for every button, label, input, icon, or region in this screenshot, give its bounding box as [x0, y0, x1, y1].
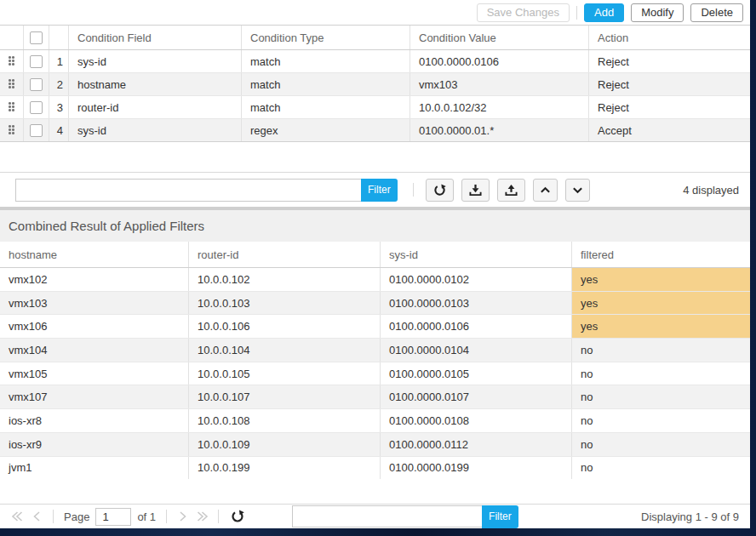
row-number-header [49, 26, 68, 49]
result-row[interactable]: vmx102 10.0.0.102 0100.0000.0102 yes [0, 268, 750, 291]
condition-value-cell: 10.0.0.102/32 [410, 96, 588, 118]
router-id-cell: 10.0.0.108 [188, 409, 380, 432]
displaying-range: Displaying 1 - 9 of 9 [641, 510, 739, 523]
condition-type-header[interactable]: Condition Type [241, 26, 410, 49]
result-row[interactable]: jvm1 10.0.0.199 0100.0000.0199 no [0, 456, 750, 480]
result-row[interactable]: vmx106 10.0.0.106 0100.0000.0106 yes [0, 314, 750, 338]
last-page-button[interactable] [192, 507, 213, 526]
toolbar-separator [413, 183, 414, 197]
filtered-cell: no [571, 409, 750, 432]
filter-button[interactable]: Filter [361, 179, 398, 202]
row-number: 3 [49, 96, 68, 118]
first-page-button[interactable] [7, 507, 27, 526]
move-down-button[interactable] [565, 179, 590, 202]
results-table-body: vmx102 10.0.0.102 0100.0000.0102 yes vmx… [0, 268, 750, 479]
hostname-cell: vmx104 [0, 339, 188, 362]
conditions-table-body: 1 sys-id match 0100.0000.0106 Reject 2 h… [0, 50, 750, 141]
sys-id-cell: 0100.0000.0102 [380, 268, 571, 291]
condition-value-header[interactable]: Condition Value [410, 26, 588, 49]
hostname-cell: ios-xr9 [0, 433, 188, 456]
refresh-icon [231, 510, 244, 523]
filtered-cell: no [571, 433, 750, 456]
hostname-cell: vmx106 [0, 315, 188, 338]
next-page-button[interactable] [172, 507, 192, 526]
upload-icon [505, 184, 518, 197]
row-number: 1 [49, 50, 68, 72]
filter-input[interactable] [15, 179, 362, 202]
row-checkbox-cell [23, 119, 49, 141]
select-all-cell [23, 26, 49, 49]
result-row[interactable]: ios-xr9 10.0.0.109 0100.0000.0112 no [0, 432, 750, 456]
filtered-header[interactable]: filtered [571, 242, 750, 267]
results-table-header: hostname router-id sys-id filtered [0, 242, 750, 268]
row-number: 2 [49, 73, 68, 95]
upload-button[interactable] [497, 179, 525, 202]
page-label: Page [64, 510, 89, 523]
hostname-cell: vmx102 [0, 268, 188, 291]
filter-toolbar: Filter 4 displayed [0, 172, 750, 207]
main-panel: Save Changes Add Modify Delete Condition… [0, 0, 750, 528]
sys-id-cell: 0100.0000.0107 [380, 385, 571, 408]
prev-page-button[interactable] [27, 507, 48, 526]
select-all-checkbox[interactable] [30, 31, 43, 44]
conditions-table: Condition Field Condition Type Condition… [0, 25, 750, 142]
sys-id-cell: 0100.0000.0112 [380, 433, 571, 456]
pagination-bar: Page of 1 Filter Displaying 1 - 9 of 9 [0, 504, 750, 528]
condition-row[interactable]: 2 hostname match vmx103 Reject [0, 72, 750, 95]
hostname-cell: vmx107 [0, 385, 188, 408]
row-checkbox-cell [23, 96, 49, 118]
hostname-header[interactable]: hostname [0, 242, 188, 267]
condition-field-cell: router-id [68, 96, 241, 118]
row-drag-handle[interactable] [0, 73, 23, 95]
result-row[interactable]: vmx105 10.0.0.105 0100.0000.0105 no [0, 362, 750, 385]
pagination-separator [218, 510, 219, 523]
results-filter-input[interactable] [292, 505, 483, 527]
result-row[interactable]: ios-xr8 10.0.0.108 0100.0000.0108 no [0, 408, 750, 432]
condition-row[interactable]: 1 sys-id match 0100.0000.0106 Reject [0, 50, 750, 72]
row-checkbox[interactable] [30, 124, 43, 137]
page-number-input[interactable] [95, 508, 131, 526]
hostname-cell: jvm1 [0, 457, 188, 480]
router-id-cell: 10.0.0.109 [188, 433, 380, 456]
pagination-separator [166, 510, 167, 523]
router-id-cell: 10.0.0.105 [188, 362, 380, 385]
router-id-cell: 10.0.0.107 [188, 385, 380, 408]
double-chevron-left-icon [10, 510, 24, 523]
condition-row[interactable]: 3 router-id match 10.0.0.102/32 Reject [0, 95, 750, 118]
result-row[interactable]: vmx103 10.0.0.103 0100.0000.0103 yes [0, 291, 750, 315]
delete-button[interactable]: Delete [690, 3, 743, 22]
refresh-button[interactable] [426, 179, 454, 202]
page-of-label: of 1 [137, 510, 156, 523]
move-up-button[interactable] [533, 179, 558, 202]
chevron-up-icon [540, 185, 551, 196]
router-id-header[interactable]: router-id [188, 242, 380, 267]
router-id-cell: 10.0.0.102 [188, 268, 380, 291]
add-button[interactable]: Add [584, 3, 624, 22]
filtered-cell: no [571, 457, 750, 480]
modify-button[interactable]: Modify [631, 3, 684, 22]
condition-field-header[interactable]: Condition Field [68, 26, 241, 49]
condition-type-cell: match [241, 50, 410, 72]
results-filter-button[interactable]: Filter [482, 505, 518, 528]
router-id-cell: 10.0.0.104 [188, 339, 380, 362]
row-drag-handle[interactable] [0, 119, 23, 141]
row-checkbox[interactable] [30, 55, 43, 68]
drag-grip-icon [9, 56, 15, 66]
action-header[interactable]: Action [588, 26, 750, 49]
sys-id-header[interactable]: sys-id [380, 242, 571, 267]
condition-action-cell: Reject [588, 73, 750, 95]
row-drag-handle[interactable] [0, 96, 23, 118]
filtered-cell: yes [571, 292, 750, 315]
result-row[interactable]: vmx107 10.0.0.107 0100.0000.0107 no [0, 385, 750, 408]
save-changes-button[interactable]: Save Changes [477, 3, 570, 22]
sys-id-cell: 0100.0000.0104 [380, 339, 571, 362]
chevron-left-icon [31, 510, 44, 523]
results-refresh-button[interactable] [227, 507, 248, 526]
condition-value-cell: vmx103 [410, 73, 588, 95]
row-checkbox[interactable] [30, 78, 43, 91]
download-button[interactable] [461, 179, 490, 202]
row-drag-handle[interactable] [0, 50, 23, 72]
row-checkbox[interactable] [30, 101, 43, 114]
condition-row[interactable]: 4 sys-id regex 0100.0000.01.* Accept [0, 118, 750, 141]
result-row[interactable]: vmx104 10.0.0.104 0100.0000.0104 no [0, 338, 750, 362]
